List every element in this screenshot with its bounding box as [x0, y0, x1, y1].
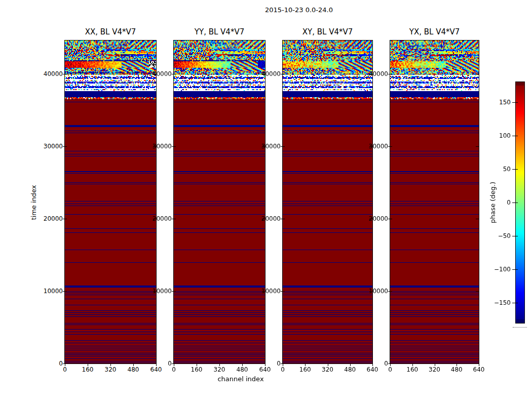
x-tick-mark: [479, 363, 479, 366]
x-tick-label: 480: [232, 366, 252, 373]
y-tick-mark: [388, 219, 392, 219]
colorbar-tick-mark: [512, 169, 518, 170]
x-tick-mark: [219, 363, 220, 366]
y-tick-label: 40000: [250, 70, 281, 77]
x-tick-label: 480: [340, 366, 360, 373]
heatmap-canvas-panel-2: [173, 40, 265, 364]
panel-title-1: XX, BL V4*V7: [85, 27, 136, 36]
x-tick-label: 640: [362, 366, 383, 373]
heatmap-canvas-panel-3: [282, 40, 373, 364]
y-tick-mark: [63, 291, 67, 292]
x-tick-label: 160: [402, 366, 423, 373]
y-tick-label: 20000: [358, 215, 388, 222]
y-tick-mark: [172, 291, 176, 292]
x-tick-mark: [197, 363, 197, 366]
y-tick-mark: [476, 146, 479, 147]
x-tick-mark: [350, 363, 351, 366]
x-tick-mark: [412, 363, 413, 366]
colorbar-tick-mark: [512, 102, 518, 103]
y-tick-mark: [281, 146, 285, 147]
colorbar-tick-mark: [512, 236, 518, 236]
x-tick-mark: [88, 363, 88, 366]
heatmap-canvas-panel-4: [390, 40, 479, 364]
x-tick-mark: [283, 363, 283, 366]
colorbar-tick-mark: [512, 136, 518, 136]
panel-title-4: YX, BL V4*V7: [409, 27, 460, 36]
y-tick-mark: [172, 146, 176, 147]
y-tick-mark: [63, 146, 67, 147]
y-tick-label: 30000: [32, 143, 63, 150]
y-tick-label: 40000: [141, 70, 172, 77]
y-tick-mark: [172, 219, 176, 219]
x-tick-label: 480: [123, 366, 143, 373]
colorbar-tick-mark: [512, 202, 518, 203]
x-tick-label: 0: [273, 366, 293, 373]
figure-title: 2015-10-23 0.0-24.0: [265, 6, 333, 14]
colorbar-underline: [513, 327, 527, 328]
x-tick-label: 640: [146, 366, 166, 373]
y-tick-mark: [388, 74, 392, 74]
x-tick-label: 480: [446, 366, 467, 373]
y-tick-mark: [476, 291, 479, 292]
colorbar-tick-label: 100: [480, 132, 511, 139]
y-tick-label: 10000: [141, 288, 172, 295]
y-tick-label: 30000: [358, 143, 388, 150]
y-tick-mark: [476, 74, 479, 74]
figure: 2015-10-23 0.0-24.0 XX, BL V4*V701000020…: [0, 0, 532, 405]
panel-title-2: YY, BL V4*V7: [195, 27, 244, 36]
x-tick-mark: [305, 363, 306, 366]
x-axis-label: channel index: [217, 375, 263, 383]
x-tick-mark: [65, 363, 65, 366]
x-tick-mark: [133, 363, 134, 366]
y-tick-mark: [476, 219, 479, 219]
heatmap-canvas-panel-1: [64, 40, 157, 364]
y-tick-mark: [281, 74, 285, 74]
y-tick-mark: [172, 74, 176, 74]
y-axis-label: time index: [30, 185, 37, 220]
y-tick-label: 10000: [358, 288, 388, 295]
x-tick-mark: [110, 363, 111, 366]
colorbar-tick-mark: [512, 303, 518, 303]
x-tick-label: 320: [425, 366, 445, 373]
y-tick-mark: [388, 291, 392, 292]
y-tick-label: 20000: [141, 215, 172, 222]
x-tick-label: 0: [55, 366, 75, 373]
x-tick-mark: [242, 363, 243, 366]
x-tick-label: 0: [380, 366, 400, 373]
x-tick-label: 160: [295, 366, 315, 373]
y-tick-label: 40000: [32, 70, 63, 77]
colorbar-tick-label: −100: [480, 266, 511, 273]
colorbar-tick-label: −150: [480, 299, 511, 306]
x-tick-label: 640: [469, 366, 489, 373]
x-tick-label: 160: [186, 366, 207, 373]
y-tick-label: 10000: [250, 288, 281, 295]
colorbar-tick-label: 50: [480, 166, 511, 173]
x-tick-label: 320: [318, 366, 338, 373]
y-tick-mark: [281, 291, 285, 292]
y-tick-label: 10000: [32, 288, 63, 295]
y-tick-label: 30000: [250, 143, 281, 150]
x-tick-label: 160: [78, 366, 98, 373]
x-tick-mark: [174, 363, 174, 366]
x-tick-mark: [390, 363, 391, 366]
x-tick-label: 0: [164, 366, 184, 373]
colorbar-tick-label: −50: [480, 232, 511, 239]
y-tick-mark: [63, 219, 67, 219]
y-tick-label: 40000: [358, 70, 388, 77]
x-tick-label: 320: [100, 366, 121, 373]
y-tick-mark: [388, 146, 392, 147]
x-tick-mark: [328, 363, 328, 366]
x-tick-mark: [457, 363, 457, 366]
panel-title-3: XY, BL V4*V7: [302, 27, 353, 36]
colorbar-tick-label: 150: [480, 99, 511, 106]
x-tick-label: 320: [209, 366, 230, 373]
y-tick-mark: [281, 219, 285, 219]
x-tick-mark: [435, 363, 435, 366]
colorbar-tick-mark: [512, 269, 518, 270]
colorbar-label: phase (deg.): [489, 182, 497, 223]
y-tick-label: 20000: [250, 215, 281, 222]
y-tick-mark: [63, 74, 67, 74]
y-tick-label: 30000: [141, 143, 172, 150]
x-tick-label: 640: [255, 366, 275, 373]
